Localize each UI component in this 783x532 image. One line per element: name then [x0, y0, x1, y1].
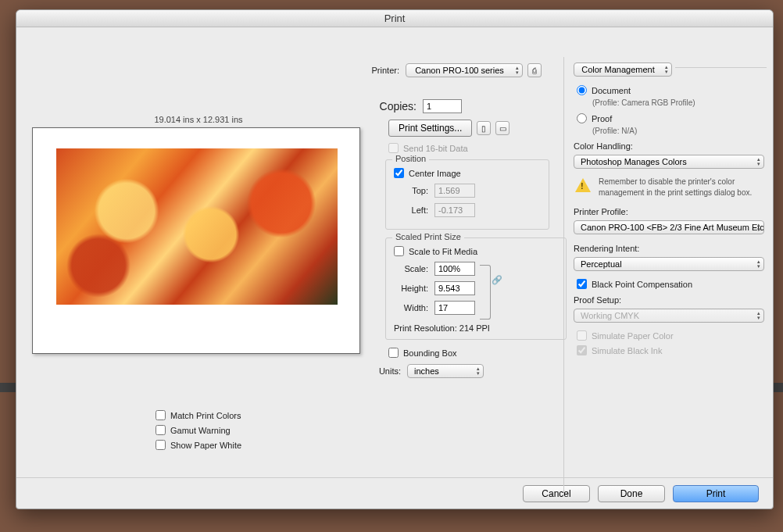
simulate-black-checkbox: Simulate Black Ink — [577, 345, 767, 355]
printer-profile-label: Printer Profile: — [574, 207, 767, 216]
width-input[interactable] — [434, 301, 475, 315]
printer-select[interactable]: Canon PRO-100 series — [406, 63, 523, 77]
send-16bit-checkbox: Send 16-bit Data — [388, 143, 560, 153]
rendering-intent-select[interactable]: Perceptual — [574, 257, 764, 271]
scale-to-fit-checkbox[interactable]: Scale to Fit Media — [394, 246, 558, 256]
document-profile-text: (Profile: Camera RGB Profile) — [592, 98, 767, 107]
color-handling-label: Color Handling: — [574, 141, 767, 151]
proof-setup-select: Working CMYK — [574, 309, 764, 323]
gamut-warning-checkbox[interactable]: Gamut Warning — [156, 425, 241, 435]
printer-label: Printer: — [366, 66, 406, 75]
position-legend: Position — [392, 154, 429, 163]
warning-text: Remember to disable the printer's color … — [599, 177, 765, 198]
simulate-paper-checkbox: Simulate Paper Color — [577, 330, 767, 341]
black-point-checkbox[interactable]: Black Point Compensation — [577, 279, 767, 289]
proof-radio[interactable]: Proof — [577, 113, 767, 123]
printer-info-icon[interactable]: ⎙ — [527, 63, 542, 77]
color-management-select[interactable]: Color Management — [574, 62, 672, 77]
link-dimensions-icon[interactable] — [480, 265, 491, 320]
position-left-input — [434, 203, 475, 217]
print-dialog: Print 19.014 ins x 12.931 ins Match Prin… — [16, 9, 774, 509]
preview-image — [56, 148, 338, 305]
layout-portrait-icon[interactable]: ▯ — [477, 121, 491, 135]
position-top-input — [434, 184, 475, 198]
match-print-colors-checkbox[interactable]: Match Print Colors — [156, 410, 241, 420]
print-resolution-text: Print Resolution: 214 PPI — [394, 323, 558, 333]
scale-input[interactable] — [434, 262, 475, 276]
window-title: Print — [16, 10, 773, 27]
rendering-intent-label: Rendering Intent: — [574, 244, 767, 253]
bounding-box-checkbox[interactable]: Bounding Box — [388, 348, 560, 358]
height-input[interactable] — [434, 281, 475, 295]
copies-input[interactable] — [423, 99, 462, 113]
center-image-checkbox[interactable]: Center Image — [394, 168, 541, 178]
warning-icon — [575, 178, 591, 192]
print-preview — [32, 127, 360, 354]
proof-setup-label: Proof Setup: — [574, 295, 767, 305]
copies-label: Copies: — [366, 100, 423, 112]
color-handling-select[interactable]: Photoshop Manages Colors — [574, 155, 764, 169]
show-paper-white-checkbox[interactable]: Show Paper White — [156, 440, 241, 450]
document-radio[interactable]: Document — [577, 85, 767, 95]
scaled-legend: Scaled Print Size — [392, 232, 464, 241]
preview-dimensions: 19.014 ins x 12.931 ins — [30, 115, 366, 124]
print-settings-button[interactable]: Print Settings... — [388, 120, 472, 137]
printer-profile-select[interactable]: Canon PRO-100 <FB> 2/3 Fine Art Museum E… — [574, 220, 764, 234]
units-label: Units: — [370, 366, 407, 376]
proof-profile-text: (Profile: N/A) — [592, 127, 767, 135]
layout-landscape-icon[interactable]: ▭ — [495, 121, 509, 135]
units-select[interactable]: inches — [407, 364, 484, 378]
